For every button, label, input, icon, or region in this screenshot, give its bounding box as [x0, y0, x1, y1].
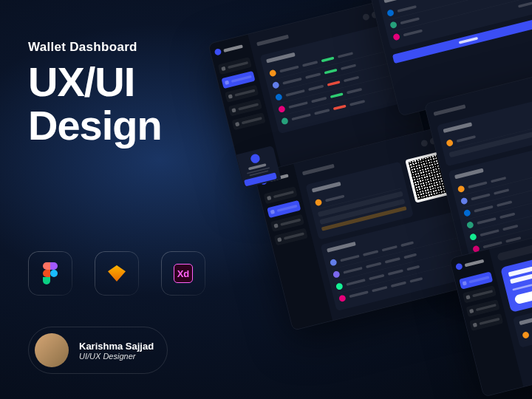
- main-title: UX/UI Design: [28, 61, 162, 148]
- sidebar-item-setting[interactable]: [469, 313, 503, 331]
- tool-icons: Xd: [28, 251, 205, 296]
- author-role: UI/UX Designer: [79, 352, 154, 361]
- deposit-title: [312, 182, 341, 193]
- sketch-icon: [95, 251, 139, 296]
- author-profile: Karishma Sajjad UI/UX Designer: [28, 327, 168, 374]
- brand-logo: [455, 256, 488, 270]
- brand-logo: [214, 42, 248, 56]
- title-line-2: Design: [28, 104, 162, 148]
- market-title: [266, 52, 296, 64]
- adobe-xd-icon: Xd: [161, 251, 205, 296]
- subtitle: Wallet Dashboard: [28, 40, 162, 55]
- avatar: [35, 333, 69, 367]
- help-icon: [250, 153, 261, 164]
- title-line-1: UX/UI: [28, 61, 162, 104]
- hero-cta-button[interactable]: [514, 289, 532, 305]
- sidebar-item-referral[interactable]: [231, 112, 265, 130]
- author-name: Karishma Sajjad: [79, 341, 154, 352]
- dashboard-mockups: [208, 0, 532, 399]
- figma-icon: [28, 251, 72, 296]
